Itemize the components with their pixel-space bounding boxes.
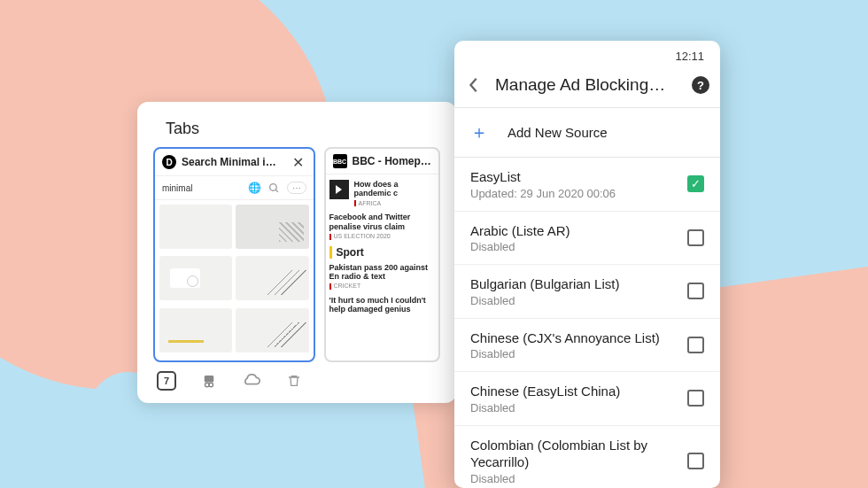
news-item: Pakistan pass 200 against En radio & tex… xyxy=(329,263,436,290)
back-button[interactable] xyxy=(465,76,483,94)
tab-card-active[interactable]: D Search Minimal images o ✕ minimal 🌐 ⋯ xyxy=(153,147,315,362)
search-icon[interactable] xyxy=(267,181,282,195)
tabs-window: Tabs D Search Minimal images o ✕ minimal… xyxy=(137,102,456,403)
status-time: 12:11 xyxy=(675,50,704,63)
help-button[interactable]: ? xyxy=(692,76,709,94)
tab-title: BBC - Homepage xyxy=(353,155,432,167)
tabs-toolbar: 7 xyxy=(153,362,440,391)
search-input[interactable]: minimal xyxy=(162,183,243,193)
tab-card[interactable]: BBC BBC - Homepage How does a pandemic c… xyxy=(324,147,441,362)
grid-image[interactable] xyxy=(159,308,232,352)
source-name: Chinese (EasyList China) xyxy=(470,383,677,400)
news-headline: Pakistan pass 200 against En radio & tex… xyxy=(329,263,436,282)
globe-icon[interactable]: 🌐 xyxy=(248,181,262,195)
source-name: Bulgarian (Bulgarian List) xyxy=(470,275,677,293)
play-icon xyxy=(329,180,349,199)
source-checkbox[interactable] xyxy=(687,390,704,407)
source-name: Colombian (Colombian List by Yecarrillo) xyxy=(470,437,677,471)
favicon-icon: BBC xyxy=(333,154,347,168)
news-category: AFRICA xyxy=(354,200,436,207)
add-source-label: Add New Source xyxy=(508,125,608,140)
tabs-list: D Search Minimal images o ✕ minimal 🌐 ⋯ xyxy=(153,147,440,362)
grid-image[interactable] xyxy=(236,256,308,300)
source-status: Updated: 29 Jun 2020 00:06 xyxy=(470,187,677,200)
svg-point-0 xyxy=(270,183,277,190)
source-status: Disabled xyxy=(470,347,677,360)
grid-image[interactable] xyxy=(159,256,232,300)
svg-rect-2 xyxy=(205,376,214,383)
app-title: Manage Ad Blocking… xyxy=(495,75,679,95)
app-bar: Manage Ad Blocking… ? xyxy=(454,66,720,107)
news-item: How does a pandemic c AFRICA xyxy=(329,180,436,206)
source-item[interactable]: Colombian (Colombian List by Yecarrillo)… xyxy=(454,426,720,489)
tab-header: D Search Minimal images o ✕ xyxy=(155,149,314,176)
tabs-window-title: Tabs xyxy=(166,120,440,138)
news-headline: Facebook and Twitter penalise virus clai… xyxy=(329,213,436,231)
image-grid xyxy=(155,200,314,360)
more-icon[interactable]: ⋯ xyxy=(287,182,306,194)
sport-section-label: Sport xyxy=(329,246,436,259)
tab-preview: How does a pandemic c AFRICA Facebook an… xyxy=(326,174,439,360)
source-name: EasyList xyxy=(470,168,677,186)
tab-count-button[interactable]: 7 xyxy=(157,371,176,391)
source-list: EasyListUpdated: 29 Jun 2020 00:06✓Arabi… xyxy=(454,158,720,488)
add-source-button[interactable]: ＋ Add New Source xyxy=(454,107,720,158)
source-checkbox[interactable] xyxy=(687,229,704,246)
tab-title: Search Minimal images o xyxy=(182,156,285,168)
source-item[interactable]: Arabic (Liste AR)Disabled xyxy=(454,212,720,266)
source-item[interactable]: Bulgarian (Bulgarian List)Disabled xyxy=(454,265,720,319)
svg-point-4 xyxy=(209,383,213,387)
source-name: Arabic (Liste AR) xyxy=(470,222,677,240)
source-item[interactable]: EasyListUpdated: 29 Jun 2020 00:06✓ xyxy=(454,158,720,212)
news-item: 'It hurt so much I couldn't help damaged… xyxy=(329,296,436,314)
source-item[interactable]: Chinese (CJX's Annoyance List)Disabled xyxy=(454,319,720,373)
news-category: CRICKET xyxy=(329,283,436,290)
source-status: Disabled xyxy=(470,401,677,414)
news-headline: 'It hurt so much I couldn't help damaged… xyxy=(329,296,436,314)
trash-icon[interactable] xyxy=(284,371,304,391)
grid-image[interactable] xyxy=(236,205,308,249)
cloud-icon[interactable] xyxy=(242,371,261,391)
status-bar: 12:11 xyxy=(454,41,720,66)
source-checkbox[interactable]: ✓ xyxy=(687,175,704,192)
phone-screen: 12:11 Manage Ad Blocking… ? ＋ Add New So… xyxy=(454,41,720,488)
close-tab-button[interactable]: ✕ xyxy=(291,154,306,170)
source-status: Disabled xyxy=(470,240,677,253)
news-item: Facebook and Twitter penalise virus clai… xyxy=(329,213,436,239)
source-name: Chinese (CJX's Annoyance List) xyxy=(470,329,677,347)
source-checkbox[interactable] xyxy=(687,453,704,469)
grid-image[interactable] xyxy=(159,205,232,249)
plus-icon: ＋ xyxy=(470,120,488,144)
source-item[interactable]: Chinese (EasyList China)Disabled xyxy=(454,372,720,426)
news-category: US ELECTION 2020 xyxy=(329,233,436,240)
grid-image[interactable] xyxy=(236,308,308,352)
tab-toolbar: minimal 🌐 ⋯ xyxy=(155,176,314,200)
source-status: Disabled xyxy=(470,472,677,485)
tab-header: BBC BBC - Homepage xyxy=(326,149,439,174)
favicon-icon: D xyxy=(162,155,176,169)
news-headline: How does a pandemic c xyxy=(354,180,436,198)
source-checkbox[interactable] xyxy=(687,337,704,353)
incognito-icon[interactable] xyxy=(199,371,219,391)
source-status: Disabled xyxy=(470,294,677,307)
source-checkbox[interactable] xyxy=(687,283,704,299)
svg-line-1 xyxy=(275,190,278,192)
